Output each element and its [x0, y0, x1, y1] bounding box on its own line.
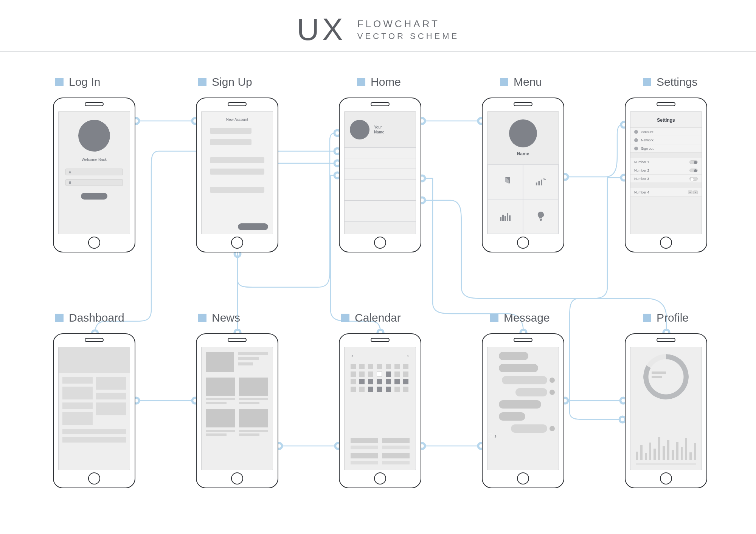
news-featured[interactable] — [202, 347, 273, 374]
calendar-day[interactable] — [377, 364, 382, 369]
home-row[interactable] — [345, 158, 416, 169]
menu-tile-bulb[interactable] — [523, 199, 559, 234]
calendar-day[interactable] — [403, 379, 408, 384]
avatar-icon — [550, 378, 555, 383]
bullet-icon — [55, 314, 64, 322]
news-card[interactable] — [239, 378, 268, 406]
home-row[interactable] — [345, 180, 416, 190]
settings-link-network[interactable]: Network — [630, 136, 702, 144]
calendar-day[interactable] — [394, 371, 400, 377]
profile-legend — [652, 371, 666, 378]
avatar-icon — [550, 390, 555, 395]
signup-submit-button[interactable] — [238, 223, 268, 230]
toggle-on-icon[interactable] — [689, 160, 698, 164]
calendar-day[interactable] — [368, 379, 373, 384]
calendar-day[interactable] — [403, 371, 408, 377]
news-card[interactable] — [206, 378, 235, 406]
settings-toggle-1[interactable]: Number 1 — [630, 158, 702, 166]
home-name: Your Name — [374, 125, 384, 135]
toggle-off-icon[interactable] — [689, 177, 698, 181]
calendar-day[interactable] — [351, 387, 356, 392]
news-card[interactable] — [239, 409, 268, 437]
news-card[interactable] — [206, 409, 235, 437]
signup-field[interactable] — [210, 139, 251, 145]
login-button[interactable] — [81, 193, 107, 200]
divider — [630, 153, 702, 158]
settings-link-signout[interactable]: Sign out — [630, 144, 702, 153]
calendar-day[interactable] — [368, 371, 373, 377]
menu-tile-bars[interactable] — [487, 199, 523, 234]
signup-field[interactable] — [210, 187, 264, 193]
screen-signup: New Account — [201, 111, 273, 234]
stepper-plus-icon[interactable]: + — [693, 190, 698, 194]
text-line — [206, 433, 227, 436]
settings-stepper[interactable]: Number 4−+ — [630, 188, 702, 197]
phone-settings: Settings Account Network Sign out Number… — [625, 98, 707, 252]
chevron-right-icon[interactable]: › — [407, 353, 409, 359]
calendar-day[interactable] — [368, 364, 373, 369]
calendar-day[interactable] — [377, 387, 382, 392]
menu-tile-pie[interactable] — [487, 164, 523, 199]
screen-profile — [630, 347, 702, 470]
chart-baseline — [636, 463, 696, 465]
signup-field[interactable] — [210, 157, 264, 163]
home-row[interactable] — [345, 211, 416, 222]
calendar-day[interactable] — [386, 387, 391, 392]
title-line1: FLOWCHART — [357, 18, 459, 30]
settings-toggle-3[interactable]: Number 3 — [630, 175, 702, 183]
settings-toggle-2[interactable]: Number 2 — [630, 166, 702, 175]
calendar-day[interactable] — [394, 379, 400, 384]
send-icon[interactable]: › — [494, 433, 496, 439]
text-line — [206, 398, 235, 400]
calendar-day[interactable] — [359, 387, 365, 392]
calendar-day[interactable] — [394, 364, 400, 369]
home-row[interactable] — [345, 201, 416, 211]
settings-link-account[interactable]: Account — [630, 128, 702, 136]
text-line — [238, 352, 268, 355]
calendar-day[interactable] — [351, 371, 356, 377]
block — [351, 446, 378, 449]
calendar-day[interactable] — [377, 371, 382, 377]
calendar-day[interactable] — [394, 387, 400, 392]
bar — [658, 437, 660, 460]
calendar-day[interactable] — [386, 379, 391, 384]
signup-field[interactable] — [210, 128, 251, 134]
phone-dashboard — [53, 333, 135, 488]
calendar-day[interactable] — [386, 371, 391, 377]
message-input-bar[interactable]: › — [487, 433, 559, 440]
chevron-left-icon[interactable]: ‹ — [351, 353, 353, 359]
calendar-day[interactable] — [403, 387, 408, 392]
calendar-day[interactable] — [368, 387, 373, 392]
home-row[interactable] — [345, 190, 416, 201]
image-icon[interactable] — [487, 433, 493, 438]
calendar-day[interactable] — [386, 364, 391, 369]
calendar-day[interactable] — [359, 379, 365, 384]
caption-dashboard: Dashboard — [55, 311, 124, 324]
stepper-minus-icon[interactable]: − — [688, 190, 692, 194]
calendar-day[interactable] — [377, 379, 382, 384]
home-row[interactable] — [345, 169, 416, 180]
toggle-on-icon[interactable] — [689, 169, 698, 172]
calendar-day[interactable] — [351, 364, 356, 369]
signup-field[interactable] — [210, 169, 264, 175]
stepper-control[interactable]: −+ — [688, 190, 698, 194]
calendar-day[interactable] — [403, 364, 408, 369]
calendar-day[interactable] — [359, 364, 365, 369]
avatar-icon — [78, 120, 110, 152]
news-image — [206, 409, 235, 427]
screen-login: Welcome Back — [58, 111, 130, 234]
phone-menu: Name $▸ — [482, 98, 564, 252]
news-image — [239, 409, 268, 427]
caption-profile: Profile — [643, 311, 689, 324]
block — [382, 446, 410, 449]
menu-tile-dollar-bars[interactable]: $▸ — [523, 164, 559, 199]
calendar-day[interactable] — [351, 379, 356, 384]
bar — [640, 445, 643, 460]
calendar-day[interactable] — [359, 371, 365, 377]
password-field[interactable] — [65, 179, 123, 186]
home-row[interactable] — [345, 148, 416, 158]
username-field[interactable] — [65, 169, 123, 175]
bullet-icon — [490, 314, 498, 322]
profile-bar-chart — [636, 433, 696, 460]
bar — [663, 446, 665, 460]
